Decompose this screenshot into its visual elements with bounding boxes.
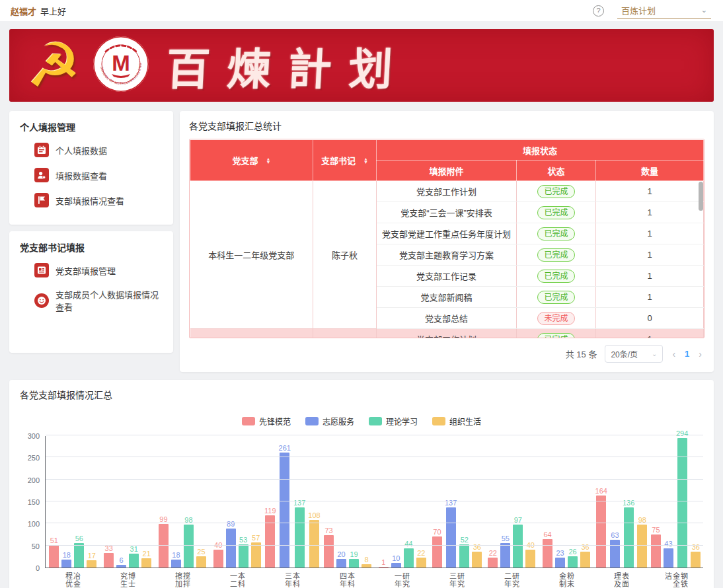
bar-column: 75 [651, 526, 661, 568]
bar-column: 51 [49, 536, 59, 568]
attachment-cell: 党支部主题教育学习方案 [377, 244, 517, 266]
bar-column: 25 [196, 548, 206, 568]
chart-legend: 先锋模范志愿服务理论学习组织生活 [20, 416, 703, 427]
y-axis-tick-label: 150 [28, 498, 40, 506]
sidebar-item-label: 填报数据查看 [56, 169, 107, 182]
bar [61, 560, 71, 568]
bar-group: 701375236 [430, 436, 484, 568]
bar-value-label: 55 [502, 534, 510, 542]
bar-group: 1646313698 [594, 436, 649, 568]
bar-value-label: 137 [445, 499, 457, 507]
page-size-select[interactable]: 20条/页 ⌄ [605, 345, 663, 363]
status-badge: 未完成 [537, 312, 574, 325]
user-icon [34, 168, 49, 182]
gridline [46, 523, 703, 523]
bar-value-label: 119 [264, 507, 276, 515]
branch-name-cell [190, 329, 313, 339]
column-header-attachment: 填报附件 [377, 161, 517, 181]
bar-column: 53 [239, 536, 248, 568]
x-axis-label: 本科生一二年 [209, 568, 264, 588]
bar-column: 1 [379, 558, 389, 568]
sidebar-item-branch-status-view[interactable]: 支部填报情况查看 [20, 188, 163, 213]
bar-column: 164 [595, 487, 607, 568]
sidebar-section-personal: 个人填报管理 个人填报数据 填报数据查看 支部填报情况查看 [9, 111, 173, 225]
x-axis-label-text: 表面处理及加 [613, 572, 629, 588]
y-axis-tick-label: 50 [32, 542, 40, 550]
attachment-cell: 党支部新闻稿 [377, 287, 517, 308]
bar-column: 19 [349, 550, 359, 568]
x-axis-label: 搅拌摩擦加工 [155, 568, 209, 588]
bar [226, 529, 236, 568]
bar [596, 496, 606, 568]
bar-column: 261 [279, 444, 291, 568]
sidebar-item-data-view[interactable]: 填报数据查看 [20, 163, 163, 188]
x-axis-label: 本科生三年级 [264, 568, 319, 588]
legend-item[interactable]: 组织生活 [432, 416, 481, 427]
bar-value-label: 56 [75, 534, 83, 542]
x-axis-label: 钢铁冶金全清洁 [648, 568, 703, 588]
sidebar-section-secretary: 党支部书记填报 党支部填报管理 支部成员个人数据填报情况查看 [9, 231, 173, 353]
prev-page-button[interactable]: ‹ [671, 349, 677, 359]
bar [651, 534, 661, 568]
status-badge: 已完成 [537, 248, 574, 262]
table-scrollbar[interactable] [699, 182, 703, 211]
status-badge: 已完成 [537, 185, 574, 198]
bar-value-label: 52 [461, 536, 469, 544]
bar-column: 98 [184, 516, 194, 568]
bar-column: 70 [432, 528, 442, 568]
next-page-button[interactable]: › [697, 349, 703, 359]
legend-item[interactable]: 先锋模范 [242, 416, 291, 427]
x-axis-label-text: 研究生一年级 [394, 572, 410, 588]
legend-item[interactable]: 志愿服务 [305, 416, 354, 427]
banner-title: 百煉計划 [165, 34, 412, 97]
bar-group: 3363121 [100, 436, 155, 568]
page-number[interactable]: 1 [685, 349, 689, 359]
secretary-name-cell: 陈子秋 [313, 181, 377, 329]
bar [104, 553, 114, 568]
sidebar-item-label: 支部成员个人数据填报情况查看 [56, 288, 160, 313]
gridline [46, 435, 703, 435]
column-header-count: 数量 [596, 161, 704, 181]
x-axis-label-text: 本科生三年级 [284, 572, 300, 588]
sidebar-item-personal-data[interactable]: 个人填报数据 [20, 137, 163, 163]
bar [379, 567, 389, 568]
bar-column: 22 [416, 549, 426, 568]
pagination-total: 共 15 条 [566, 348, 597, 360]
bar [336, 559, 346, 568]
column-header-branch[interactable]: 党支部 ▲▼ [190, 140, 313, 181]
bar-column: 294 [676, 429, 688, 568]
sort-carets-icon[interactable]: ▲▼ [363, 157, 368, 164]
bar [637, 525, 647, 568]
bar-value-label: 25 [197, 548, 205, 556]
bar-column: 57 [251, 534, 261, 568]
y-axis-tick-label: 0 [36, 564, 40, 572]
bar-group: 7320198 [321, 436, 375, 568]
bar [472, 552, 482, 568]
bar [580, 552, 590, 568]
x-axis-label: 研究生二年级 [484, 568, 539, 588]
bar [500, 543, 510, 568]
sort-carets-icon[interactable]: ▲▼ [266, 157, 271, 164]
chevron-down-icon: ⌄ [652, 350, 657, 357]
school-logo: SCHOOL OF METALLURGICAL ENGINEERING M [93, 36, 149, 95]
bar-group: 22559740 [484, 436, 539, 568]
help-icon[interactable]: ? [593, 5, 604, 17]
greeting-text: 早上好 [40, 7, 66, 17]
y-axis: 050100150200250300 [20, 436, 45, 568]
sidebar-item-member-data-view[interactable]: 支部成员个人数据填报情况查看 [20, 283, 163, 318]
bar-value-label: 294 [676, 429, 688, 437]
sidebar-item-branch-report-manage[interactable]: 党支部填报管理 [20, 258, 163, 283]
legend-item[interactable]: 理论学习 [369, 416, 418, 427]
status-cell: 已完成 [517, 266, 596, 287]
bar-value-label: 99 [159, 515, 167, 523]
bar-column: 22 [488, 549, 498, 568]
bar-value-label: 19 [350, 550, 358, 558]
bar-value-label: 1 [381, 558, 385, 566]
column-header-status-group: 填报状态 [377, 140, 704, 161]
bar-column: 23 [555, 549, 565, 568]
app-select[interactable]: 百炼计划 ⌄ [617, 2, 711, 19]
legend-swatch [369, 417, 382, 425]
attachment-cell: 党支部“三会一课”安排表 [377, 202, 517, 223]
column-header-secretary[interactable]: 支部书记 ▲▼ [313, 140, 377, 181]
x-axis-label: 本科生四年级 [319, 568, 374, 588]
